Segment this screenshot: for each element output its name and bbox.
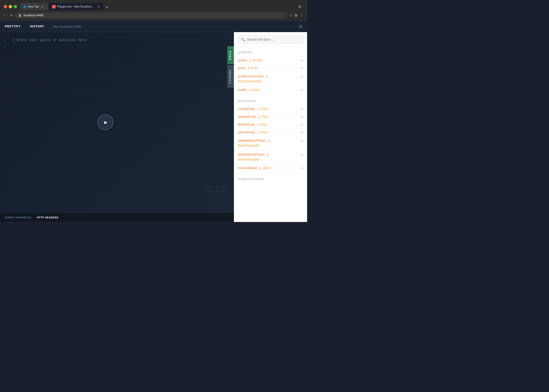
editor-line-2: 2 — [4, 44, 230, 51]
line-number-1: 1 — [4, 37, 7, 44]
result-hint: Hit the Pl get a res — [205, 186, 227, 194]
subscriptions-section: SUBSCRIPTIONS — [234, 174, 307, 185]
queries-section: QUERIES posts(...): [Post]! ▶ post(...):… — [234, 47, 307, 96]
doc-item-upsertpost[interactable]: upsertPost(...): Post! ▶ — [238, 128, 303, 136]
newtab-label: New Tab — [28, 5, 39, 8]
doc-item-deletepost[interactable]: deletePost(...): Post ▶ — [238, 121, 303, 128]
doc-item-posts[interactable]: posts(...): [Post]! ▶ — [238, 56, 303, 64]
bottom-bar: QUERY VARIABLES HTTP HEADERS — [0, 212, 234, 222]
play-button[interactable]: ▶ — [97, 114, 113, 130]
doc-item-executeraw[interactable]: executeRaw(...): Json! ▶ — [238, 164, 303, 172]
doc-item-post[interactable]: post(...): Post ▶ — [238, 64, 303, 72]
query-variables-tab[interactable]: QUERY VARIABLES — [5, 216, 31, 219]
doc-posts-text: posts(...): [Post]! — [238, 58, 262, 62]
nav-refresh-button[interactable]: ↻ — [10, 14, 13, 17]
doc-post-text: post(...): Post — [238, 66, 258, 70]
doc-node-text: node(...): Node — [238, 88, 260, 92]
toolbar-url: http://localhost:4466/ — [49, 25, 294, 28]
address-bar[interactable]: 🔒 localhost:4466 — [15, 12, 288, 18]
subscriptions-label: SUBSCRIPTIONS — [238, 178, 303, 181]
side-tabs: DOCS SCHEMA — [227, 46, 234, 88]
doc-deletemanyposts-arrow: ▶ — [301, 153, 303, 156]
queries-label: QUERIES — [238, 51, 303, 54]
traffic-light-yellow[interactable] — [9, 5, 12, 8]
newtab-favicon: 🌐 — [23, 5, 27, 8]
app-toolbar: PRETTIFY HISTORY http://localhost:4466/ … — [0, 21, 307, 32]
browser-settings-icon[interactable]: ⚙ — [296, 4, 303, 10]
browser-chrome: 🌐 New Tab ✕ ⬡ Playground - http://localh… — [0, 0, 307, 21]
playground-close-icon[interactable]: ✕ — [97, 5, 100, 8]
doc-posts-arrow: ▶ — [301, 59, 303, 62]
nav-forward-button[interactable]: › — [7, 13, 8, 17]
prettify-button[interactable]: PRETTIFY — [0, 21, 25, 32]
main-layout: 1 # Write your query or mutation here 2 … — [0, 32, 307, 222]
playground-favicon: ⬡ — [52, 5, 56, 8]
doc-deletepost-arrow: ▶ — [301, 123, 303, 126]
lock-icon: 🔒 — [18, 14, 22, 17]
nav-back-button[interactable]: ‹ — [4, 13, 5, 17]
doc-executeraw-arrow: ▶ — [301, 166, 303, 169]
traffic-light-green[interactable] — [14, 5, 17, 8]
newtab-close-icon[interactable]: ✕ — [41, 5, 44, 8]
editor-line-1: 1 # Write your query or mutation here — [4, 37, 230, 44]
traffic-light-red[interactable] — [4, 5, 7, 8]
doc-item-deletemanyposts[interactable]: deleteManyPosts(...): BatchPayload! ▶ — [238, 150, 303, 164]
new-tab-button[interactable]: + — [104, 4, 110, 10]
docs-tab[interactable]: DOCS — [227, 46, 234, 64]
doc-postsconnection-arrow: ▶ — [301, 75, 303, 78]
browser-menu-icon[interactable]: ⋮ — [300, 13, 303, 17]
search-input[interactable] — [247, 38, 300, 41]
doc-item-updatemanyposts[interactable]: updateManyPosts(...): BatchPayload! ▶ — [238, 136, 303, 150]
doc-postsconnection-text: postsConnection(...): PostConnection! — [238, 74, 268, 84]
settings-gear-icon[interactable]: ⚙ — [294, 24, 307, 29]
address-text: localhost:4466 — [24, 14, 43, 17]
doc-item-node[interactable]: node(...): Node ▶ — [238, 86, 303, 94]
search-input-wrap: 🔍 — [238, 35, 303, 43]
doc-item-createpost[interactable]: createPost(...): Post! ▶ — [238, 105, 303, 113]
doc-upsertpost-arrow: ▶ — [301, 131, 303, 134]
schema-tab[interactable]: SCHEMA — [227, 65, 234, 88]
browser-tab-playground[interactable]: ⬡ Playground - http://localhost:4... ✕ — [49, 3, 103, 10]
http-headers-tab[interactable]: HTTP HEADERS — [37, 216, 58, 219]
mutations-section: MUTATIONS createPost(...): Post! ▶ updat… — [234, 96, 307, 174]
browser-tab-newtab[interactable]: 🌐 New Tab ✕ — [20, 3, 48, 10]
history-button[interactable]: HISTORY — [25, 21, 49, 32]
line-code-1: # Write your query or mutation here — [12, 37, 87, 44]
editor-content[interactable]: 1 # Write your query or mutation here 2 … — [0, 32, 234, 212]
extensions-icon[interactable]: ⊞ — [295, 13, 298, 17]
doc-updatemanyposts-arrow: ▶ — [301, 139, 303, 142]
doc-node-arrow: ▶ — [301, 88, 303, 91]
doc-item-updatepost[interactable]: updatePost(...): Post ▶ — [238, 113, 303, 121]
search-icon: 🔍 — [241, 38, 245, 41]
editor-pane: 1 # Write your query or mutation here 2 … — [0, 32, 234, 222]
bookmark-icon[interactable]: ☆ — [289, 13, 293, 17]
doc-createpost-arrow: ▶ — [301, 107, 303, 111]
doc-updatepost-arrow: ▶ — [301, 115, 303, 118]
line-number-2: 2 — [4, 44, 7, 51]
search-box: 🔍 — [234, 32, 307, 47]
mutations-label: MUTATIONS — [238, 99, 303, 103]
play-icon: ▶ — [104, 119, 107, 126]
doc-post-arrow: ▶ — [301, 66, 303, 70]
doc-item-postsconnection[interactable]: postsConnection(...): PostConnection! ▶ — [238, 72, 303, 86]
playground-tab-label: Playground - http://localhost:4... — [57, 5, 95, 8]
docs-panel: 🔍 QUERIES posts(...): [Post]! ▶ post(...… — [234, 32, 307, 222]
